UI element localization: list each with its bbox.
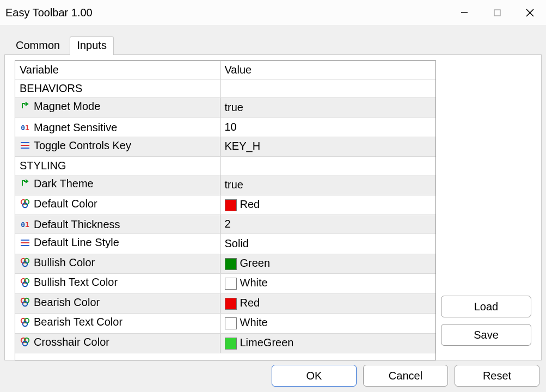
row-value[interactable]: KEY_H xyxy=(220,137,435,157)
row-value[interactable]: Red xyxy=(220,195,435,215)
table-row[interactable]: Toggle Controls Key KEY_H xyxy=(15,137,435,157)
enum-icon xyxy=(20,140,30,151)
properties-grid: Variable Value BEHAVIORS xyxy=(15,60,436,360)
row-label: Bullish Color xyxy=(34,256,95,269)
tab-common[interactable]: Common xyxy=(9,36,67,55)
color-swatch xyxy=(225,278,237,290)
row-label: Default Color xyxy=(34,198,97,210)
bool-icon xyxy=(20,179,30,189)
enum-icon xyxy=(20,237,30,248)
color-swatch xyxy=(225,199,237,211)
minimize-icon xyxy=(461,9,468,16)
reset-button[interactable]: Reset xyxy=(455,365,539,387)
color-swatch xyxy=(225,258,237,270)
title-bar: Easy Toolbar 1.00 xyxy=(0,0,546,25)
maximize-icon xyxy=(494,9,501,16)
row-value[interactable]: Green xyxy=(220,254,435,274)
row-value[interactable]: White xyxy=(220,274,435,294)
color-icon xyxy=(20,257,30,268)
section-styling: STYLING xyxy=(15,157,220,175)
row-value[interactable]: Solid xyxy=(220,234,435,254)
row-label: Magnet Mode xyxy=(34,100,100,113)
col-header-value[interactable]: Value xyxy=(220,61,435,79)
row-value[interactable]: true xyxy=(220,175,435,195)
table-row[interactable]: Default Line Style Solid xyxy=(15,234,435,254)
row-value[interactable]: Red xyxy=(220,293,435,314)
color-swatch xyxy=(225,298,237,310)
table-row[interactable]: Default Color Red xyxy=(15,195,435,215)
color-icon xyxy=(20,317,30,328)
row-label: Bearish Text Color xyxy=(34,316,122,328)
section-blank-cell xyxy=(220,79,435,98)
close-icon xyxy=(526,9,534,17)
table-row[interactable]: Magnet Mode true xyxy=(15,98,435,118)
close-button[interactable] xyxy=(513,0,546,25)
svg-rect-1 xyxy=(494,10,500,16)
table-row[interactable]: Bullish Text Color White xyxy=(15,274,435,294)
color-icon xyxy=(20,336,30,347)
row-label: Bullish Text Color xyxy=(34,276,118,289)
color-icon xyxy=(20,297,30,308)
table-row[interactable]: Bearish Text Color White xyxy=(15,314,435,334)
save-button[interactable]: Save xyxy=(441,324,531,346)
row-label: Crosshair Color xyxy=(34,336,109,348)
tab-inputs[interactable]: Inputs xyxy=(70,36,113,55)
bool-icon xyxy=(20,101,30,112)
int-icon: 01 xyxy=(20,219,30,230)
cancel-button[interactable]: Cancel xyxy=(363,365,448,387)
client-area: Common Inputs Variable Value BEHAVIORS xyxy=(0,25,546,392)
ok-button[interactable]: OK xyxy=(272,365,357,387)
table-row[interactable]: Crosshair Color LimeGreen xyxy=(15,333,435,353)
table-row[interactable]: Bullish Color Green xyxy=(15,254,435,274)
window-title: Easy Toolbar 1.00 xyxy=(5,7,448,19)
row-label: Toggle Controls Key xyxy=(34,139,131,152)
row-value[interactable]: White xyxy=(220,314,435,334)
table-row[interactable]: 01 Default Thickness 2 xyxy=(15,215,435,234)
dialog-buttons: OK Cancel Reset xyxy=(272,365,539,387)
row-label: Bearish Color xyxy=(34,296,100,309)
row-value[interactable]: LimeGreen xyxy=(220,333,435,353)
grid-footer-space xyxy=(15,353,435,360)
table-row[interactable]: Dark Theme true xyxy=(15,175,435,195)
maximize-button[interactable] xyxy=(481,0,513,25)
row-value[interactable]: true xyxy=(220,98,435,118)
row-label: Default Line Style xyxy=(34,236,119,249)
color-swatch xyxy=(225,338,237,350)
section-behaviors: BEHAVIORS xyxy=(15,79,220,98)
section-blank-cell xyxy=(220,157,435,175)
tab-panel: Variable Value BEHAVIORS xyxy=(4,54,542,360)
row-label: Default Thickness xyxy=(34,218,120,231)
row-value[interactable]: 2 xyxy=(220,215,435,234)
color-icon xyxy=(20,198,30,209)
int-icon: 01 xyxy=(20,122,30,133)
row-label: Magnet Sensitive xyxy=(34,121,117,134)
minimize-button[interactable] xyxy=(448,0,481,25)
color-swatch xyxy=(225,317,237,329)
table-row[interactable]: 01 Magnet Sensitive 10 xyxy=(15,118,435,137)
row-value[interactable]: 10 xyxy=(220,118,435,137)
tab-strip: Common Inputs xyxy=(9,36,114,54)
color-icon xyxy=(20,277,30,288)
col-header-variable[interactable]: Variable xyxy=(15,61,220,79)
row-label: Dark Theme xyxy=(34,177,94,190)
table-row[interactable]: Bearish Color Red xyxy=(15,293,435,314)
load-button[interactable]: Load xyxy=(441,296,531,317)
